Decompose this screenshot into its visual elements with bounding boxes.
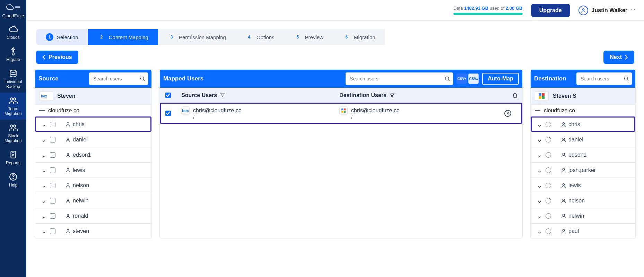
sidebar-item-reports[interactable]: Reports [0, 147, 26, 169]
source-user-row[interactable]: ⌄nelson [35, 178, 151, 193]
step-label: Migration [354, 34, 375, 40]
csv-upload-button[interactable]: CSV▴ [468, 73, 479, 84]
chevron-down-icon[interactable]: ⌄ [537, 136, 542, 144]
upgrade-button[interactable]: Upgrade [531, 4, 570, 17]
dest-user-row[interactable]: ⌄paul [531, 223, 635, 239]
remove-mapping-button[interactable]: ✕ [504, 110, 511, 117]
chevron-down-icon[interactable]: ⌄ [537, 227, 542, 235]
collapse-icon[interactable]: — [535, 107, 540, 114]
svg-rect-24 [344, 111, 346, 113]
step-permission-mapping[interactable]: 3Permission Mapping [158, 29, 236, 45]
mapped-search-input[interactable] [348, 74, 444, 84]
dest-user-row[interactable]: ⌄edson1 [531, 147, 635, 162]
dest-user-row[interactable]: ⌄nelwin [531, 208, 635, 223]
csv-download-button[interactable]: CSV▾ [456, 73, 467, 84]
radio[interactable] [546, 122, 551, 127]
checkbox[interactable] [50, 167, 55, 173]
dest-user-row[interactable]: ⌄chris [531, 116, 635, 132]
chevron-down-icon[interactable]: ⌄ [41, 182, 46, 189]
chevron-down-icon[interactable]: ⌄ [41, 121, 46, 128]
step-options[interactable]: 4Options [236, 29, 284, 45]
chevron-down-icon[interactable]: ⌄ [41, 166, 46, 174]
mapped-search[interactable] [346, 72, 453, 85]
dest-search[interactable] [576, 72, 632, 85]
chevron-down-icon[interactable]: ⌄ [537, 212, 542, 220]
step-migration[interactable]: 6Migration [333, 29, 385, 45]
select-all-checkbox[interactable] [165, 93, 171, 98]
checkbox[interactable] [50, 228, 55, 234]
svg-point-19 [67, 229, 69, 231]
svg-point-13 [67, 138, 69, 139]
checkbox[interactable] [50, 137, 55, 142]
sidebar-item-individual-backup[interactable]: Individual Backup [0, 66, 26, 93]
sidebar-item-help[interactable]: Help [0, 169, 26, 191]
chevron-down-icon[interactable]: ⌄ [41, 227, 46, 235]
dest-user-row[interactable]: ⌄nelson [531, 193, 635, 208]
checkbox[interactable] [50, 183, 55, 188]
radio[interactable] [546, 152, 551, 158]
source-search-input[interactable] [92, 74, 140, 84]
delete-icon[interactable] [512, 92, 518, 98]
dest-user-row[interactable]: ⌄josh.parker [531, 162, 635, 178]
step-preview[interactable]: 5Preview [284, 29, 333, 45]
source-user-row[interactable]: ⌄steven [35, 223, 151, 239]
checkbox[interactable] [50, 122, 55, 127]
source-domain[interactable]: — cloudfuze.co [35, 104, 151, 116]
user-icon [561, 167, 566, 173]
dest-header: Destination [531, 70, 635, 88]
dest-domain[interactable]: — cloudfuze.co [531, 104, 635, 116]
col-dest-label: Destination Users [339, 92, 386, 98]
source-user-row[interactable]: ⌄daniel [35, 132, 151, 147]
filter-icon[interactable] [220, 93, 225, 98]
chevron-down-icon[interactable]: ⌄ [537, 197, 542, 205]
source-title: Source [38, 75, 59, 82]
col-source-users[interactable]: Source Users [181, 92, 339, 98]
row-checkbox[interactable] [165, 111, 171, 116]
sidebar-item-clouds[interactable]: Clouds [0, 21, 26, 43]
chevron-down-icon[interactable]: ⌄ [41, 197, 46, 205]
svg-point-35 [563, 199, 564, 200]
radio[interactable] [546, 228, 551, 234]
radio[interactable] [546, 198, 551, 204]
chevron-down-icon[interactable]: ⌄ [537, 121, 542, 128]
sidebar-item-migrate[interactable]: Migrate [0, 43, 26, 66]
radio[interactable] [546, 213, 551, 219]
dest-user-row[interactable]: ⌄lewis [531, 178, 635, 193]
data-usage: Data 1482.91 GB used of 2.00 GB [453, 6, 523, 15]
chevron-down-icon[interactable]: ⌄ [537, 182, 542, 189]
sidebar-item-team-migration[interactable]: Team Migration [0, 93, 26, 120]
source-user-row[interactable]: ⌄nelwin [35, 193, 151, 208]
previous-button[interactable]: Previous [36, 51, 78, 64]
chevron-down-icon[interactable]: ⌄ [41, 212, 46, 220]
col-dest-users[interactable]: Destination Users [339, 92, 497, 98]
auto-map-button[interactable]: Auto-Map [482, 73, 519, 85]
chevron-down-icon[interactable]: ⌄ [41, 136, 46, 144]
svg-point-2 [10, 98, 13, 100]
checkbox[interactable] [50, 152, 55, 158]
radio[interactable] [546, 167, 551, 173]
source-search[interactable] [89, 72, 148, 85]
dest-user-row[interactable]: ⌄daniel [531, 132, 635, 147]
chevron-down-icon[interactable]: ⌄ [537, 151, 542, 159]
user-menu[interactable]: Justin Walker ﹀ [578, 6, 636, 15]
step-content-mapping[interactable]: 2Content Mapping [88, 29, 158, 45]
search-icon [140, 76, 145, 82]
checkbox[interactable] [50, 213, 55, 219]
radio[interactable] [546, 137, 551, 142]
source-user-row[interactable]: ⌄lewis [35, 162, 151, 178]
next-button[interactable]: Next [603, 51, 634, 64]
radio[interactable] [546, 183, 551, 188]
chevron-down-icon[interactable]: ⌄ [537, 166, 542, 174]
step-label: Selection [57, 34, 78, 40]
filter-icon[interactable] [389, 93, 395, 98]
chevron-down-icon[interactable]: ⌄ [41, 151, 46, 159]
checkbox[interactable] [50, 198, 55, 204]
collapse-icon[interactable]: — [39, 107, 45, 114]
dest-search-input[interactable] [579, 74, 624, 84]
step-selection[interactable]: 1Selection [36, 29, 88, 45]
source-user-row[interactable]: ⌄ronald [35, 208, 151, 223]
mapped-row[interactable]: box chris@cloudfuze.co / [160, 103, 522, 124]
source-user-row[interactable]: ⌄chris [35, 116, 151, 132]
source-user-row[interactable]: ⌄edson1 [35, 147, 151, 162]
sidebar-item-slack-migration[interactable]: Slack Migration [0, 120, 26, 147]
